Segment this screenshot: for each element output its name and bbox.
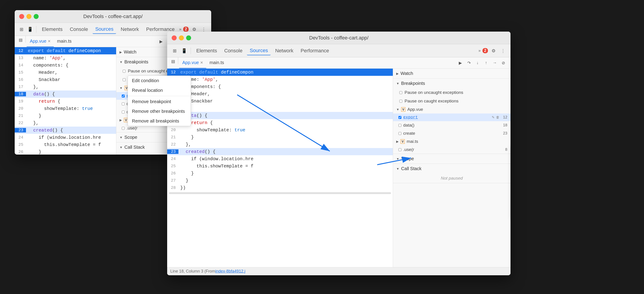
- ctx-remove-bp-1[interactable]: Remove breakpoint: [128, 97, 191, 106]
- w2-code-line-18: 18 data() {: [167, 112, 393, 119]
- callstack-label-1: Call Stack: [124, 145, 145, 150]
- more-tabs-icon[interactable]: »: [179, 27, 182, 31]
- bp-cb-use-1[interactable]: [122, 127, 125, 130]
- tab-network-2[interactable]: Network: [272, 46, 296, 55]
- w2-code-line-26: 26 }: [167, 170, 393, 177]
- bp-delete-icon-2[interactable]: 🗑: [496, 115, 500, 119]
- triangle-scope-2: ▼: [396, 157, 399, 161]
- w2-code-line-17: 17 },: [167, 105, 393, 112]
- maximize-button-1[interactable]: [34, 14, 39, 19]
- traffic-lights-2: [172, 35, 191, 40]
- cb-uncaught-label-2: Pause on uncaught exceptions: [404, 90, 463, 95]
- maints-label-2: main.ts: [210, 60, 224, 65]
- bp-cb-create-1[interactable]: [122, 111, 125, 113]
- appvue-close-2[interactable]: ✕: [200, 60, 203, 65]
- watch-header-2[interactable]: ▶ Watch: [393, 69, 510, 78]
- code-line-26: 26 }: [15, 148, 116, 155]
- cb-caught-2[interactable]: [399, 100, 402, 103]
- sidebar-toggle-1[interactable]: ▤: [16, 36, 24, 44]
- close-button-2[interactable]: [172, 35, 177, 40]
- bp-cb-use-2[interactable]: [398, 148, 402, 151]
- bp-main-header-2: ▶ V mai.ts: [393, 137, 510, 146]
- bp-cb-create-2[interactable]: [398, 132, 402, 135]
- cb-uncaught-2[interactable]: [399, 91, 402, 94]
- inspect-icon[interactable]: ⊞: [18, 25, 25, 33]
- minimize-button-1[interactable]: [26, 14, 32, 19]
- bp-header-2[interactable]: ▼ Breakpoints: [393, 78, 510, 88]
- code-line-22: 22 },: [15, 119, 116, 127]
- file-tab-appvue-2[interactable]: App.vue ✕: [179, 57, 206, 68]
- bp-cb-data-2[interactable]: [398, 124, 402, 127]
- more-icon-2[interactable]: ⋮: [499, 47, 507, 55]
- bp-edit-icon-2[interactable]: ✎: [492, 115, 495, 119]
- tab-sources-2[interactable]: Sources: [247, 46, 270, 55]
- main-content-2: 12 export default defineCompon 13 name: …: [167, 69, 510, 267]
- triangle-watch-2: ▶: [396, 72, 399, 75]
- bp-expo-label-2: export: [403, 115, 418, 120]
- watch-label-1: Watch: [124, 49, 136, 55]
- cb-caught-1[interactable]: [123, 78, 126, 81]
- step-icon-2[interactable]: →: [491, 59, 498, 66]
- checkbox-uncaught-2[interactable]: Pause on uncaught exceptions: [393, 88, 510, 97]
- w2-code-line-20: 20 showTemplate: true: [167, 126, 393, 134]
- device-icon-2[interactable]: 📱: [180, 47, 188, 55]
- resume-icon-2[interactable]: ▶: [457, 59, 464, 66]
- scrollbar-h-2[interactable]: [169, 192, 391, 194]
- bp-create-num-2: 23: [503, 131, 507, 136]
- callstack-header-2[interactable]: ▼ Call Stack: [393, 164, 510, 174]
- scope-label-2: Scope: [401, 156, 414, 161]
- tab-performance-2[interactable]: Performance: [298, 46, 332, 55]
- triangle-cs-2: ▼: [396, 167, 399, 171]
- scope-header-2[interactable]: ▼ Scope: [393, 154, 510, 164]
- close-button-1[interactable]: [19, 14, 24, 19]
- window-title-2: DevTools - coffee-cart.app/: [309, 35, 369, 41]
- bp-item-2-expo: export ✎ 🗑 12: [393, 113, 510, 121]
- file-tab-maints-1[interactable]: main.ts: [54, 36, 74, 47]
- tab-elements-1[interactable]: Elements: [39, 25, 65, 34]
- watch-label-2: Watch: [400, 71, 413, 76]
- deactivate-bp-icon-2[interactable]: ⊘: [500, 59, 507, 66]
- w2-code-line-13: 13 name: 'App',: [167, 76, 393, 83]
- tab-console-2[interactable]: Console: [222, 46, 245, 55]
- maximize-button-2[interactable]: [186, 35, 191, 40]
- step-out-icon-2[interactable]: ↑: [482, 59, 490, 66]
- bp-cb-expo-2[interactable]: [398, 116, 402, 119]
- bp-item-2-use: .use(r 8: [393, 146, 510, 154]
- w2-code-line-27: 27 }: [167, 177, 393, 184]
- code-line-19: 19 return {: [15, 98, 116, 105]
- tab-sources-1[interactable]: Sources: [92, 25, 116, 34]
- appvue-close-1[interactable]: ✕: [48, 39, 50, 43]
- triangle-bp-1: ▼: [120, 60, 123, 64]
- status-link-2[interactable]: index-8bfa4912.j: [215, 269, 245, 274]
- ctx-reveal-location-1[interactable]: Reveal location: [128, 85, 191, 95]
- ctx-edit-condition-1[interactable]: Edit condition: [128, 76, 191, 85]
- settings-icon-2[interactable]: ⚙: [490, 47, 498, 55]
- bp-cb-expo-1[interactable]: [122, 94, 125, 97]
- bp-data-label-2: data(): [403, 123, 414, 128]
- ctx-remove-all-1[interactable]: Remove all breakpoints: [128, 116, 191, 126]
- code-line-16: 16 Snackbar: [15, 76, 116, 83]
- step-into-icon-2[interactable]: ↓: [474, 59, 481, 66]
- main-name-2: mai.ts: [406, 139, 418, 144]
- bp-cb-data-1[interactable]: [122, 102, 125, 105]
- file-tab-appvue-1[interactable]: App.vue ✕: [27, 36, 54, 47]
- more-tabs-icon-2[interactable]: »: [478, 48, 481, 53]
- tab-network-1[interactable]: Network: [118, 25, 142, 34]
- tab-console-1[interactable]: Console: [67, 25, 91, 34]
- step-over-icon-2[interactable]: ↷: [465, 59, 472, 66]
- checkbox-caught-2[interactable]: Pause on caught exceptions: [393, 97, 510, 105]
- bp-num-2: 12: [503, 115, 507, 120]
- ctx-remove-other-1[interactable]: Remove other breakpoints: [128, 106, 191, 116]
- resume-icon[interactable]: ▶: [158, 38, 165, 45]
- inspect-icon-2[interactable]: ⊞: [171, 47, 178, 55]
- context-menu-1: Edit condition Reveal location Remove br…: [128, 76, 191, 126]
- sidebar-toggle-2[interactable]: ▤: [169, 57, 177, 65]
- code-line-24: 24 if (window.location.hre: [15, 134, 116, 141]
- file-tab-maints-2[interactable]: main.ts: [206, 57, 227, 68]
- error-badge-2: 2: [482, 48, 488, 53]
- minimize-button-2[interactable]: [179, 35, 184, 40]
- device-icon[interactable]: 📱: [27, 25, 34, 33]
- tab-elements-2[interactable]: Elements: [194, 46, 220, 55]
- cb-uncaught-1[interactable]: [123, 70, 126, 73]
- triangle-watch-1: ▶: [120, 50, 122, 54]
